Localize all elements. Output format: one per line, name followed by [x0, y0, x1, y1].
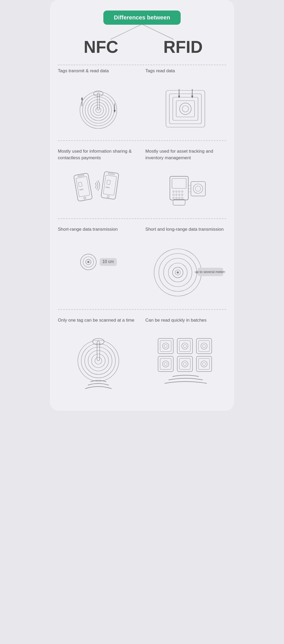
nfc-use-case-col: Mostly used for information sharing & co…	[58, 148, 139, 213]
svg-point-53	[193, 184, 203, 193]
svg-rect-26	[76, 177, 90, 197]
section-batch-row: Only one tag can be scanned at a time	[58, 317, 226, 395]
svg-rect-15	[166, 90, 205, 127]
nfc-phones-icon: data data	[72, 168, 125, 208]
svg-rect-79	[97, 341, 100, 361]
svg-rect-89	[196, 338, 212, 354]
svg-text:up to several meters: up to several meters	[195, 270, 225, 274]
svg-point-95	[163, 361, 169, 367]
svg-rect-85	[177, 338, 192, 354]
svg-rect-82	[160, 341, 171, 352]
svg-rect-98	[179, 358, 190, 369]
svg-rect-102	[199, 358, 210, 369]
connector-lines	[92, 24, 192, 40]
rfid-use-case-col: Mostly used for asset tracking and inven…	[145, 148, 226, 213]
col-titles: NFC RFID	[58, 37, 226, 57]
svg-marker-12	[81, 97, 83, 100]
svg-point-42	[181, 191, 183, 192]
svg-point-41	[179, 191, 180, 192]
svg-point-96	[164, 362, 167, 365]
svg-point-46	[181, 194, 183, 195]
svg-marker-22	[178, 96, 180, 98]
rfid-batch-label: Can be read quickly in batches	[145, 317, 226, 330]
nfc-tag-icon	[77, 88, 119, 130]
svg-rect-34	[108, 173, 114, 175]
nfc-range-label: Short-range data transmission	[58, 226, 139, 239]
svg-point-104	[202, 362, 206, 365]
svg-point-92	[202, 344, 206, 348]
svg-rect-97	[177, 356, 192, 372]
svg-point-19	[180, 103, 191, 115]
nfc-use-case-label: Mostly used for information sharing & co…	[58, 148, 139, 161]
nfc-batch-col: Only one tag can be scanned at a time	[58, 317, 139, 395]
rfid-multi-tag-icon-area	[145, 334, 226, 395]
rfid-tag-icon	[165, 88, 207, 130]
svg-rect-25	[74, 173, 93, 202]
section-use-case: Mostly used for information sharing & co…	[58, 140, 226, 216]
svg-point-91	[201, 343, 207, 349]
rfid-batch-col: Can be read quickly in batches	[145, 317, 226, 395]
differences-badge: Differences between	[103, 11, 181, 25]
rfid-range-icon-area: up to several meters	[145, 244, 226, 304]
svg-point-39	[173, 191, 174, 192]
svg-rect-35	[107, 180, 110, 185]
svg-rect-16	[169, 94, 201, 124]
rfid-title: RFID	[145, 37, 221, 57]
rfid-multi-tag-icon	[157, 337, 215, 390]
svg-point-49	[179, 197, 180, 199]
svg-point-84	[164, 344, 167, 348]
svg-point-61	[87, 261, 89, 263]
svg-rect-29	[78, 182, 82, 187]
section-batch: Only one tag can be scanned at a time	[58, 309, 226, 398]
svg-line-1	[142, 24, 174, 39]
svg-rect-51	[173, 199, 185, 205]
svg-rect-101	[196, 356, 212, 372]
svg-point-43	[173, 194, 174, 195]
rfid-scanner-icon	[159, 168, 212, 208]
svg-point-87	[182, 343, 188, 349]
svg-point-88	[183, 344, 186, 348]
nfc-range-icon: 10 cm	[77, 246, 119, 278]
svg-line-0	[110, 24, 142, 39]
rfid-use-case-label: Mostly used for asset tracking and inven…	[145, 148, 226, 161]
svg-text:data: data	[79, 188, 84, 191]
svg-point-44	[176, 194, 177, 195]
nfc-data-transfer-label: Tags transmit & read data	[58, 68, 139, 80]
svg-point-40	[176, 191, 177, 192]
svg-rect-86	[179, 341, 190, 352]
svg-text:data: data	[105, 186, 110, 189]
svg-point-103	[201, 361, 207, 367]
svg-point-48	[176, 197, 177, 199]
main-card: Differences between NFC RFID Tags transm…	[50, 0, 234, 411]
section-use-case-row: Mostly used for information sharing & co…	[58, 148, 226, 213]
svg-rect-32	[103, 175, 116, 195]
svg-rect-93	[158, 356, 173, 372]
rfid-range-icon: up to several meters	[146, 246, 225, 299]
svg-point-99	[182, 361, 188, 367]
svg-rect-37	[170, 176, 188, 200]
rfid-data-transfer-col: Tags read data	[145, 68, 226, 135]
section-range: Short-range data transmission 10 cm	[58, 218, 226, 307]
svg-point-47	[173, 197, 174, 199]
nfc-tag-icon-area	[58, 85, 139, 135]
svg-text:10 cm: 10 cm	[102, 259, 114, 264]
rfid-tag-icon-area	[145, 85, 226, 135]
svg-marker-24	[191, 96, 193, 98]
svg-point-50	[181, 197, 183, 199]
nfc-batch-label: Only one tag can be scanned at a time	[58, 317, 139, 330]
nfc-single-tag-icon-area	[58, 334, 139, 395]
nfc-phones-icon-area: data data	[58, 166, 139, 213]
svg-point-45	[179, 194, 180, 195]
svg-rect-94	[160, 358, 171, 369]
svg-rect-38	[172, 178, 186, 188]
nfc-single-tag-icon	[75, 337, 122, 390]
rfid-data-transfer-label: Tags read data	[145, 68, 226, 80]
svg-rect-52	[191, 182, 205, 196]
nfc-range-col: Short-range data transmission 10 cm	[58, 226, 139, 283]
svg-point-100	[183, 362, 186, 365]
svg-point-20	[182, 106, 189, 112]
svg-point-27	[84, 197, 86, 199]
rfid-range-label: Short and long-range data transmission	[145, 226, 226, 239]
svg-point-33	[107, 195, 109, 198]
nfc-range-icon-area: 10 cm	[58, 244, 139, 283]
